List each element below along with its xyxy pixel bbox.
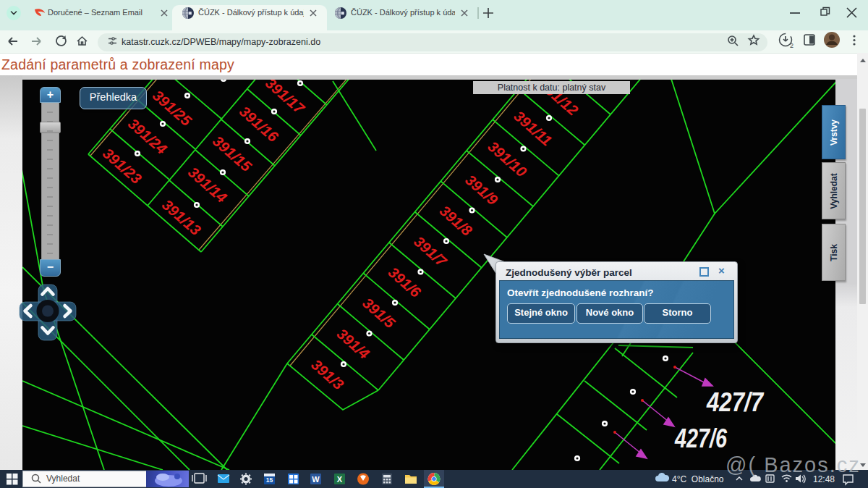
svg-text:X: X: [337, 475, 343, 484]
svg-text:15: 15: [266, 476, 273, 484]
svg-text:W: W: [312, 475, 320, 484]
